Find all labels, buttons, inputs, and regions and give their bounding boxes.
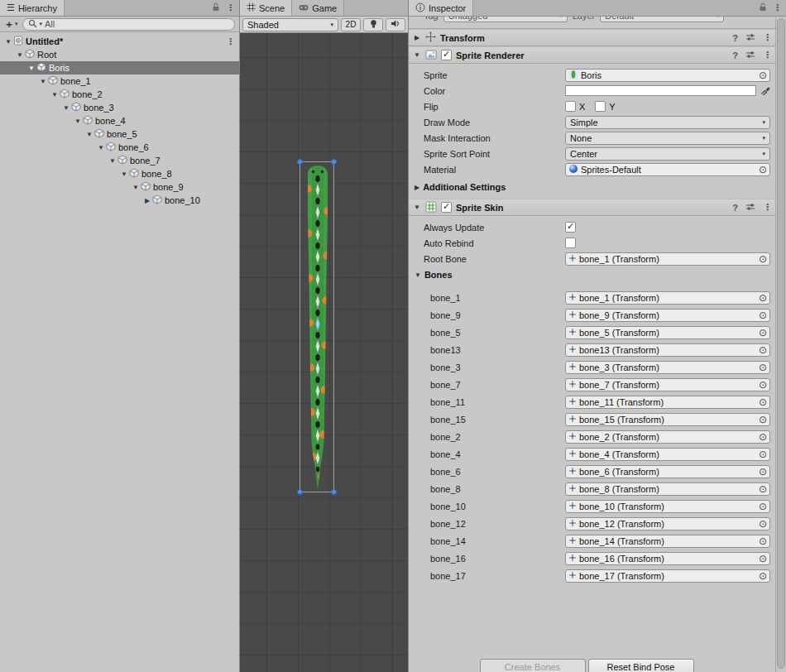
bone-object-field-bone_8[interactable]: bone_8 (Transform)⊙: [565, 482, 770, 496]
tab-scene[interactable]: Scene: [240, 0, 292, 16]
tab-game[interactable]: Game: [292, 0, 344, 16]
hierarchy-item-bone_3[interactable]: ▼bone_3: [0, 101, 239, 114]
object-picker-icon[interactable]: ⊙: [759, 166, 767, 174]
object-picker-icon[interactable]: ⊙: [759, 572, 767, 580]
kebab-menu-icon[interactable]: ⋮: [763, 50, 771, 60]
bones-foldout[interactable]: ▼ Bones: [409, 266, 775, 283]
object-picker-icon[interactable]: ⊙: [759, 311, 767, 319]
reset-bind-pose-button[interactable]: Reset Bind Pose: [588, 659, 694, 672]
chevron-right-icon[interactable]: ▶: [142, 197, 152, 204]
object-picker-icon[interactable]: ⊙: [759, 363, 767, 372]
auto-rebind-checkbox[interactable]: [565, 238, 576, 248]
scene-kebab-icon[interactable]: ⋮: [226, 36, 234, 47]
color-swatch[interactable]: [565, 85, 756, 96]
bone-object-field-bone_11[interactable]: bone_11 (Transform)⊙: [565, 396, 770, 409]
tab-inspector[interactable]: Inspector: [409, 0, 473, 16]
presets-icon[interactable]: [745, 32, 755, 44]
bone-object-field-bone_9[interactable]: bone_9 (Transform)⊙: [565, 309, 770, 322]
hierarchy-item-bone_9[interactable]: ▼bone_9: [0, 180, 239, 194]
object-picker-icon[interactable]: ⊙: [759, 554, 767, 563]
scene-viewport[interactable]: [240, 33, 408, 672]
additional-settings-foldout[interactable]: ▶ Additional Settings: [409, 179, 775, 195]
flip-x-checkbox[interactable]: [565, 101, 576, 112]
hierarchy-item-Root[interactable]: ▼Root: [0, 48, 239, 61]
chevron-down-icon[interactable]: ▼: [15, 51, 25, 59]
sprite-skin-component-header[interactable]: ▼ Sprite Skin ? ⋮: [409, 199, 775, 216]
bone-object-field-bone_15[interactable]: bone_15 (Transform)⊙: [565, 413, 770, 426]
scene-lighting-toggle[interactable]: [363, 18, 383, 31]
kebab-menu-icon[interactable]: ⋮: [763, 32, 771, 43]
object-picker-icon[interactable]: ⊙: [759, 415, 767, 424]
component-enabled-checkbox[interactable]: [441, 202, 452, 213]
hierarchy-item-bone_6[interactable]: ▼bone_6: [0, 141, 239, 154]
chevron-down-icon[interactable]: ▼: [50, 91, 60, 98]
eyedropper-icon[interactable]: [760, 85, 770, 97]
chevron-down-icon[interactable]: ▼: [38, 78, 48, 85]
selection-handle[interactable]: [331, 489, 337, 495]
object-picker-icon[interactable]: ⊙: [759, 450, 767, 458]
hierarchy-item-bone_5[interactable]: ▼bone_5: [0, 127, 239, 141]
hierarchy-item-bone_1[interactable]: ▼bone_1: [0, 74, 239, 88]
presets-icon[interactable]: [745, 202, 755, 214]
bone-object-field-bone_6[interactable]: bone_6 (Transform)⊙: [565, 465, 770, 478]
hierarchy-search[interactable]: ▾ All: [22, 18, 235, 31]
bone-object-field-bone_14[interactable]: bone_14 (Transform)⊙: [565, 535, 770, 548]
chevron-down-icon[interactable]: ▼: [84, 131, 94, 138]
bone-object-field-bone_4[interactable]: bone_4 (Transform)⊙: [565, 448, 770, 461]
kebab-menu-icon[interactable]: ⋮: [773, 2, 781, 13]
draw-mode-dropdown[interactable]: Simple▾: [565, 116, 770, 129]
bone-object-field-bone_2[interactable]: bone_2 (Transform)⊙: [565, 430, 770, 444]
hierarchy-item-bone_8[interactable]: ▼bone_8: [0, 167, 239, 180]
hierarchy-item-bone_7[interactable]: ▼bone_7: [0, 154, 239, 167]
scene-audio-toggle[interactable]: [386, 18, 405, 31]
chevron-down-icon[interactable]: ▼: [413, 204, 421, 211]
kebab-menu-icon[interactable]: ⋮: [763, 202, 771, 213]
object-picker-icon[interactable]: ⊙: [759, 520, 767, 528]
bone-object-field-bone_10[interactable]: bone_10 (Transform)⊙: [565, 500, 770, 513]
object-picker-icon[interactable]: ⊙: [759, 502, 767, 511]
bone-object-field-bone_7[interactable]: bone_7 (Transform)⊙: [565, 378, 770, 391]
bone-object-field-bone_5[interactable]: bone_5 (Transform)⊙: [565, 326, 770, 339]
inspector-scrollbar[interactable]: [775, 17, 786, 672]
flip-y-checkbox[interactable]: [595, 101, 606, 112]
chevron-right-icon[interactable]: ▶: [413, 34, 421, 41]
object-picker-icon[interactable]: ⊙: [759, 71, 767, 79]
chevron-down-icon[interactable]: ▼: [413, 51, 421, 59]
chevron-down-icon[interactable]: ▼: [96, 144, 106, 151]
object-picker-icon[interactable]: ⊙: [759, 485, 767, 493]
object-picker-icon[interactable]: ⊙: [759, 537, 767, 545]
object-picker-icon[interactable]: ⊙: [759, 255, 767, 263]
chevron-down-icon[interactable]: ▼: [3, 38, 13, 46]
help-icon[interactable]: ?: [732, 203, 738, 213]
tab-hierarchy[interactable]: ☰ Hierarchy: [0, 0, 65, 16]
root-bone-object-field[interactable]: bone_1 (Transform) ⊙: [565, 252, 770, 266]
help-icon[interactable]: ?: [732, 50, 738, 60]
sprite-sort-point-dropdown[interactable]: Center▾: [565, 147, 770, 161]
bone-object-field-bone_17[interactable]: bone_17 (Transform)⊙: [565, 569, 770, 583]
help-icon[interactable]: ?: [732, 33, 738, 43]
object-picker-icon[interactable]: ⊙: [759, 329, 767, 337]
material-object-field[interactable]: Sprites-Default ⊙: [565, 163, 770, 176]
component-enabled-checkbox[interactable]: [441, 50, 452, 60]
hierarchy-item-bone_10[interactable]: ▶bone_10: [0, 194, 239, 207]
tag-dropdown[interactable]: Untagged▾: [443, 17, 568, 22]
object-picker-icon[interactable]: ⊙: [759, 294, 767, 302]
kebab-menu-icon[interactable]: ⋮: [226, 2, 234, 13]
object-picker-icon[interactable]: ⊙: [759, 433, 767, 441]
lock-icon[interactable]: [759, 2, 767, 13]
hierarchy-item-Boris[interactable]: ▼Boris: [0, 61, 239, 74]
sprite-selection-rect[interactable]: [300, 161, 334, 492]
scrollbar-thumb[interactable]: [777, 18, 785, 669]
chevron-down-icon[interactable]: ▼: [26, 65, 36, 72]
always-update-checkbox[interactable]: [565, 222, 576, 233]
layer-dropdown[interactable]: Default▾: [600, 17, 724, 22]
bone-object-field-bone13[interactable]: bone13 (Transform)⊙: [565, 343, 770, 357]
bone-object-field-bone_1[interactable]: bone_1 (Transform)⊙: [565, 291, 770, 305]
create-object-button[interactable]: ＋▾: [4, 17, 18, 31]
chevron-down-icon[interactable]: ▼: [73, 118, 83, 125]
sprite-renderer-component-header[interactable]: ▼ Sprite Renderer ? ⋮: [409, 46, 775, 64]
lock-icon[interactable]: [212, 2, 220, 13]
hierarchy-item-bone_2[interactable]: ▼bone_2: [0, 88, 239, 101]
bone-object-field-bone_3[interactable]: bone_3 (Transform)⊙: [565, 361, 770, 374]
presets-icon[interactable]: [745, 50, 755, 61]
